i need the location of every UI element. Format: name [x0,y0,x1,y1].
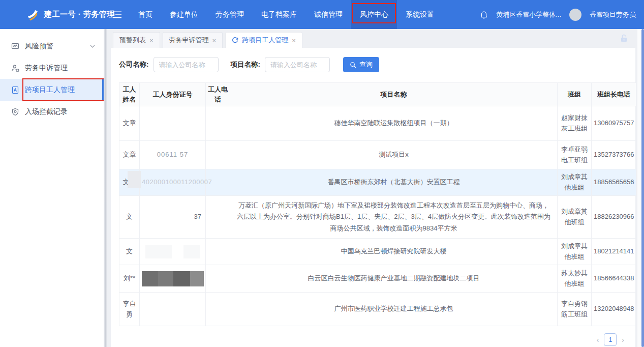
table-row[interactable]: 文章 00611 57 测试项目x 李卓亚弱电工班组 13527373766 [119,141,636,169]
bell-icon[interactable] [480,10,488,19]
tab-bar: 预警列表 × 劳务申诉管理 × 跨项目工人管理 × [111,29,635,48]
close-icon[interactable]: × [149,37,154,44]
col-worker-name: 工人姓名 [119,83,140,106]
sidebar-item-label: 风险预警 [25,42,53,51]
lock-icon[interactable] [619,34,628,43]
table-row-highlighted[interactable]: 文章 402000100011200007 番禺区市桥街东郊村（北基大街）安置区… [119,169,636,196]
table-row[interactable]: 文 中国乌克兰巴顿焊接研究院研发大楼 刘成章其他班组 18021214141 [119,239,636,265]
table-header-row: 工人姓名 工人身份证号 工人电话 项目名称 班组 班组长电话 [119,83,636,106]
cell-worker-phone [206,265,230,293]
main-panel: 公司名称: 项目名称: 查询 [111,48,635,347]
cell-project-name: 穗佳华南空陆联运集散枢纽项目（一期） [230,106,558,141]
sidebar: 风险预警 劳务申诉管理 [0,29,104,347]
table-row[interactable]: 刘** 白云区白云生物医药健康产业基地二期融资配建地块二项目 苏太妙其他班组 1… [119,265,636,293]
page-scrollbar-track [637,29,644,347]
cell-worker-id [140,239,206,265]
table-row[interactable]: 文 37 万菱汇（原广州天河新国际广场）地下室及裙楼部分装饰改造工程本次改造首层… [119,196,636,239]
nav-item-risk-center[interactable]: 风控中心 [351,0,397,29]
table-row[interactable]: 文章 穗佳华南空陆联运集散枢纽项目（一期） 赵家财抹灰工班组 130609757… [119,106,636,141]
cell-team-leader-phone: 13060975757 [592,106,636,141]
cell-worker-phone [206,239,230,265]
main-nav: 首页 参建单位 劳务管理 电子档案库 诚信管理 风控中心 系统设置 [130,0,443,29]
close-icon[interactable]: × [292,37,296,44]
avatar[interactable] [569,9,581,21]
close-icon[interactable]: × [212,37,217,44]
cell-team-leader-phone: 13527373766 [592,141,636,169]
tab-labor-appeal[interactable]: 劳务申诉管理 × [163,32,223,48]
redacted-id-fragment: 00611 57 [157,151,188,158]
nav-item-archives[interactable]: 电子档案库 [253,0,305,29]
refresh-icon[interactable] [232,37,238,44]
cell-worker-name: 文 [119,239,140,265]
tab-label: 跨项目工人管理 [242,36,288,45]
nav-item-credit[interactable]: 诚信管理 [305,0,351,29]
monitor-icon [11,42,19,50]
cell-worker-name: 李自勇 [119,293,140,326]
tab-warning-list[interactable]: 预警列表 × [113,32,160,48]
cell-team-leader-phone: 18566644338 [592,265,636,293]
cell-worker-name: 文章 [119,169,140,196]
brand-logo[interactable]: 建工一号 · 劳务管理 [0,8,100,21]
cell-worker-name: 刘** [119,265,140,293]
cell-worker-name: 文 [119,196,140,239]
page-number[interactable]: 1 [604,333,617,346]
pagination: ‹ 1 › [115,326,631,346]
cell-team: 李自勇钢筋工班组 [558,293,592,326]
sidebar-item-risk-warning[interactable]: 风险预警 [0,35,104,57]
cell-team: 刘成章其他班组 [558,239,592,265]
chevron-down-icon[interactable] [90,45,95,48]
logo-icon [25,8,40,21]
cell-worker-id [140,265,206,293]
company-name-label: 公司名称: [119,60,149,69]
prev-page-icon[interactable]: ‹ [597,336,599,343]
cell-worker-id: 37 [140,196,206,239]
cell-project-name: 番禺区市桥街东郊村（北基大街）安置区工程 [230,169,558,196]
project-name-label: 项目名称: [231,60,261,69]
company-name-input[interactable] [154,57,219,72]
table-row[interactable]: 李自勇 广州市医药职业学校迁建工程施工总承包 李自勇钢筋工班组 13202048… [119,293,636,326]
person-icon [11,64,19,72]
cell-project-name: 白云区白云生物医药健康产业基地二期融资配建地块二项目 [230,265,558,293]
redaction-overlay [145,245,172,258]
next-page-icon[interactable]: › [622,336,624,343]
redaction-overlay [128,171,141,188]
menu-fold-icon[interactable] [100,11,130,18]
sidebar-item-entry-intercept[interactable]: 入场拦截记录 [0,101,104,123]
sidebar-item-label: 跨项目工人管理 [25,85,75,95]
sidebar-scrollbar[interactable] [104,29,107,347]
workers-table: 工人姓名 工人身份证号 工人电话 项目名称 班组 班组长电话 文章 穗佳华南空陆… [119,82,636,326]
content-area: 预警列表 × 劳务申诉管理 × 跨项目工人管理 × [107,29,644,347]
nav-item-units[interactable]: 参建单位 [161,0,207,29]
nav-item-home[interactable]: 首页 [130,0,161,29]
cell-worker-id [140,106,206,141]
nav-item-settings[interactable]: 系统设置 [397,0,443,29]
page-scrollbar[interactable] [641,29,644,347]
col-team-leader-phone: 班组长电话 [592,83,636,106]
project-selector[interactable]: 黄埔区香雪小学整体... [496,10,561,19]
search-form: 公司名称: 项目名称: 查询 [115,57,631,72]
cell-team: 苏太妙其他班组 [558,265,592,293]
col-team: 班组 [558,83,592,106]
col-project-name: 项目名称 [230,83,558,106]
top-navbar: 建工一号 · 劳务管理 首页 参建单位 劳务管理 电子档案库 诚信管理 风控中心… [0,0,644,29]
sidebar-item-cross-project-workers[interactable]: 跨项目工人管理 [0,79,104,101]
redacted-id-faint: 402000100011200007 [142,178,212,186]
col-worker-id: 工人身份证号 [140,83,206,106]
search-button[interactable]: 查询 [343,57,379,72]
cell-project-name: 万菱汇（原广州天河新国际广场）地下室及裙楼部分装饰改造工程本次改造首层至五层为购… [230,196,558,239]
cell-worker-name: 文章 [119,106,140,141]
tab-label: 劳务申诉管理 [169,36,209,45]
project-name-input[interactable] [265,57,330,72]
cell-team-leader-phone: 18856565656 [592,169,636,196]
cell-worker-id: 00611 57 [140,141,206,169]
search-icon [350,62,356,68]
nav-item-labor[interactable]: 劳务管理 [207,0,253,29]
cell-team-leader-phone: 18826230966 [592,196,636,239]
redaction-overlay [142,271,204,286]
sidebar-item-labor-appeal[interactable]: 劳务申诉管理 [0,57,104,79]
user-name[interactable]: 香雪项目劳务员 [590,10,636,19]
tab-cross-project-workers[interactable]: 跨项目工人管理 × [225,32,302,48]
sidebar-item-label: 劳务申诉管理 [25,64,68,73]
cell-team-leader-phone: 13202048948 [592,293,636,326]
cell-team: 刘成章其他班组 [558,169,592,196]
